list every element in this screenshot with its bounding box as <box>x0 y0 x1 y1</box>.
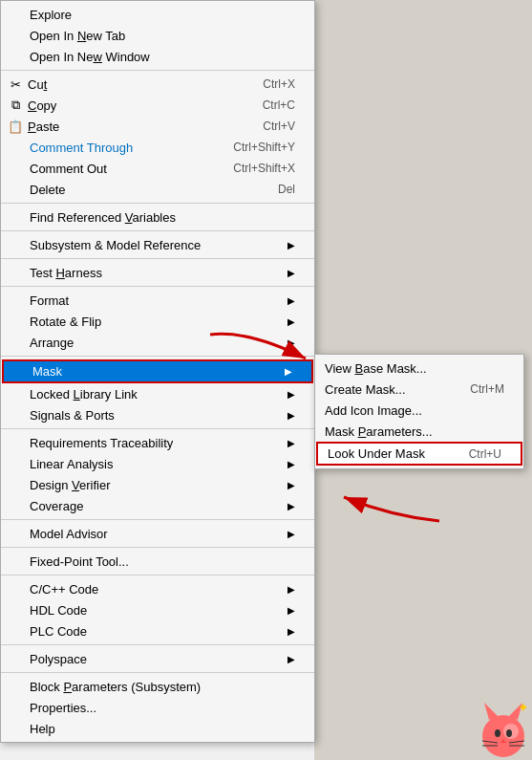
menu-item-design-verifier[interactable]: Design Verifier ▶ <box>1 474 314 495</box>
menu-item-comment-through[interactable]: Comment Through Ctrl+Shift+Y <box>1 137 314 158</box>
submenu-item-add-icon-image[interactable]: Add Icon Image... <box>315 400 523 421</box>
menu-item-coverage[interactable]: Coverage ▶ <box>1 495 314 516</box>
submenu-arrow-model-advisor: ▶ <box>287 529 295 539</box>
menu-item-locked-library[interactable]: Locked Library Link ▶ <box>1 383 314 404</box>
menu-item-comment-out[interactable]: Comment Out Ctrl+Shift+X <box>1 158 314 179</box>
separator-9 <box>1 547 314 548</box>
submenu-arrow-arrange: ▶ <box>287 337 295 348</box>
cut-icon: ✂ <box>7 76 24 93</box>
menu-item-rotate-flip[interactable]: Rotate & Flip ▶ <box>1 311 314 332</box>
submenu-arrow-hdl: ▶ <box>287 605 295 616</box>
menu-item-cpp-code[interactable]: C/C++ Code ▶ <box>1 578 314 599</box>
menu-item-format[interactable]: Format ▶ <box>1 290 314 311</box>
menu-item-requirements[interactable]: Requirements Traceability ▶ <box>1 432 314 453</box>
menu-item-block-parameters[interactable]: Block Parameters (Subsystem) <box>1 676 314 697</box>
separator-2 <box>1 203 314 204</box>
separator-8 <box>1 519 314 520</box>
submenu-arrow-signals: ▶ <box>287 410 295 421</box>
menu-item-open-new-tab[interactable]: Open In New Tab <box>1 25 314 46</box>
menu-item-open-new-window[interactable]: Open In New Window <box>1 46 314 67</box>
svg-point-6 <box>495 729 500 737</box>
submenu-arrow-mask: ▶ <box>285 366 292 377</box>
menu-item-signals-ports[interactable]: Signals & Ports ▶ <box>1 404 314 425</box>
menu-item-properties[interactable]: Properties... <box>1 697 314 718</box>
menu-item-explore[interactable]: Explore <box>1 4 314 25</box>
separator-10 <box>1 575 314 575</box>
paste-icon: 📋 <box>7 118 24 135</box>
copy-icon: ⧉ <box>7 97 24 114</box>
separator-6 <box>1 356 314 357</box>
menu-item-hdl-code[interactable]: HDL Code ▶ <box>1 599 314 620</box>
submenu-arrow-linear: ▶ <box>287 459 295 469</box>
menu-item-plc-code[interactable]: PLC Code ▶ <box>1 620 314 641</box>
menu-item-test-harness[interactable]: Test Harness ▶ <box>1 262 314 283</box>
submenu-item-mask-parameters[interactable]: Mask Parameters... <box>315 421 523 442</box>
separator-4 <box>1 258 314 259</box>
submenu-arrow-cpp: ▶ <box>287 584 295 595</box>
separator-3 <box>1 230 314 231</box>
submenu-item-create-mask[interactable]: Create Mask... Ctrl+M <box>315 379 523 400</box>
svg-text:✦: ✦ <box>518 700 529 715</box>
menu-item-subsystem[interactable]: Subsystem & Model Reference ▶ <box>1 234 314 255</box>
submenu-arrow-requirements: ▶ <box>287 438 295 448</box>
menu-item-arrange[interactable]: Arrange ▶ <box>1 332 314 353</box>
submenu-arrow-locked: ▶ <box>287 389 295 400</box>
separator-12 <box>1 672 314 673</box>
separator-1 <box>1 70 314 71</box>
svg-marker-4 <box>484 703 499 720</box>
menu-item-fixed-point[interactable]: Fixed-Point Tool... <box>1 551 314 572</box>
submenu-item-look-under-mask[interactable]: Look Under Mask Ctrl+U <box>316 442 522 466</box>
menu-item-model-advisor[interactable]: Model Advisor ▶ <box>1 523 314 544</box>
mask-submenu: View Base Mask... Create Mask... Ctrl+M … <box>314 354 524 469</box>
menu-item-cut[interactable]: ✂ Cut Ctrl+X <box>1 74 314 95</box>
svg-point-2 <box>482 715 524 757</box>
menu-item-polyspace[interactable]: Polyspace ▶ <box>1 648 314 669</box>
separator-11 <box>1 644 314 645</box>
context-menu: Explore Open In New Tab Open In New Wind… <box>0 0 315 743</box>
menu-item-find-referenced[interactable]: Find Referenced Variables <box>1 206 314 228</box>
submenu-arrow-plc: ▶ <box>287 626 295 637</box>
submenu-arrow-design: ▶ <box>287 480 295 490</box>
submenu-arrow-format: ▶ <box>287 295 295 306</box>
submenu-arrow-subsystem: ▶ <box>287 240 295 250</box>
submenu-arrow-polyspace: ▶ <box>287 654 295 664</box>
submenu-arrow-rotate: ▶ <box>287 316 295 327</box>
separator-5 <box>1 286 314 287</box>
menu-item-linear-analysis[interactable]: Linear Analysis ▶ <box>1 453 314 474</box>
menu-item-mask[interactable]: Mask ▶ <box>2 359 313 383</box>
bottom-right-decoration: ✦ <box>456 684 532 760</box>
menu-item-paste[interactable]: 📋 Paste Ctrl+V <box>1 116 314 137</box>
menu-item-copy[interactable]: ⧉ Copy Ctrl+C <box>1 95 314 116</box>
separator-7 <box>1 428 314 429</box>
svg-point-7 <box>506 729 512 737</box>
submenu-arrow-test: ▶ <box>287 268 295 278</box>
menu-item-help[interactable]: Help <box>1 718 314 739</box>
submenu-item-view-base-mask[interactable]: View Base Mask... <box>315 358 523 379</box>
submenu-arrow-coverage: ▶ <box>287 501 295 511</box>
menu-item-delete[interactable]: Delete Del <box>1 179 314 200</box>
